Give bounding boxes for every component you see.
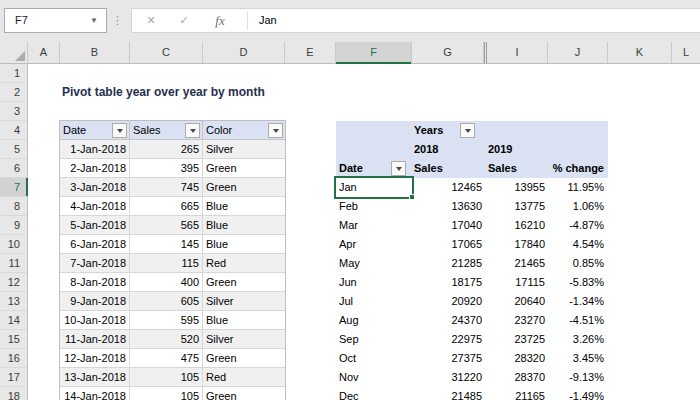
pivot-pct-change[interactable]: 3.26% — [530, 330, 604, 349]
cell-date[interactable]: 5-Jan-2018 — [60, 216, 130, 234]
row-header-17[interactable]: 17 — [0, 368, 27, 387]
row-header-11[interactable]: 11 — [0, 254, 27, 273]
cell-sales[interactable]: 395 — [130, 159, 203, 177]
pivot-pct-change[interactable]: -1.34% — [530, 292, 604, 311]
pivot-month[interactable]: Dec — [339, 387, 359, 400]
cell-date[interactable]: 6-Jan-2018 — [60, 235, 130, 253]
cell-date[interactable]: 7-Jan-2018 — [60, 254, 130, 272]
column-header-i[interactable]: I — [487, 42, 548, 63]
row-header-8[interactable]: 8 — [0, 197, 27, 216]
select-all-button[interactable] — [0, 42, 28, 63]
row-header-7-selected[interactable]: 7 — [0, 178, 27, 197]
pivot-pct-change[interactable]: 11.95% — [530, 178, 604, 197]
row-header-18[interactable]: 18 — [0, 387, 27, 400]
column-header-b[interactable]: B — [60, 42, 130, 63]
pivot-year-2019[interactable]: 2019 — [488, 140, 512, 159]
cell-color[interactable]: Red — [203, 254, 285, 272]
row-header-12[interactable]: 12 — [0, 273, 27, 292]
cell-sales[interactable]: 595 — [130, 311, 203, 329]
pivot-month[interactable]: Jun — [339, 273, 357, 292]
cell-color[interactable]: Blue — [203, 235, 285, 253]
pivot-pct-change[interactable]: 1.06% — [530, 197, 604, 216]
pivot-sales-2018[interactable]: 31220 — [412, 368, 482, 387]
cell-sales[interactable]: 605 — [130, 292, 203, 310]
pivot-pct-change[interactable]: -1.49% — [530, 387, 604, 400]
pivot-sales-2018[interactable]: 20920 — [412, 292, 482, 311]
cell-date[interactable]: 11-Jan-2018 — [60, 330, 130, 348]
row-header-10[interactable]: 10 — [0, 235, 27, 254]
cell-sales[interactable]: 105 — [130, 368, 203, 386]
pivot-month[interactable]: May — [339, 254, 360, 273]
source-header-color[interactable]: Color — [203, 121, 285, 139]
column-header-c[interactable]: C — [130, 42, 203, 63]
cell-sales[interactable]: 520 — [130, 330, 203, 348]
cell-color[interactable]: Green — [203, 387, 285, 400]
pivot-sales-2018[interactable]: 17065 — [412, 235, 482, 254]
column-header-e[interactable]: E — [285, 42, 336, 63]
fill-handle[interactable] — [409, 194, 415, 200]
column-header-g[interactable]: G — [412, 42, 484, 63]
cell-color[interactable]: Silver — [203, 330, 285, 348]
cell-date[interactable]: 10-Jan-2018 — [60, 311, 130, 329]
pivot-sales-2018[interactable]: 13630 — [412, 197, 482, 216]
pivot-sales-2018[interactable]: 21285 — [412, 254, 482, 273]
row-header-15[interactable]: 15 — [0, 330, 27, 349]
pivot-month[interactable]: Apr — [339, 235, 356, 254]
formula-bar-value[interactable]: Jan — [259, 9, 277, 32]
pivot-sales-2018[interactable]: 17040 — [412, 216, 482, 235]
column-header-f-selected[interactable]: F — [336, 42, 412, 63]
cell-sales[interactable]: 145 — [130, 235, 203, 253]
pivot-pct-change[interactable]: -5.83% — [530, 273, 604, 292]
cell-color[interactable]: Green — [203, 159, 285, 177]
years-filter-button[interactable] — [460, 123, 475, 138]
row-header-4[interactable]: 4 — [0, 121, 27, 140]
pivot-sales-2018[interactable]: 12465 — [412, 178, 482, 197]
cell-sales[interactable]: 115 — [130, 254, 203, 272]
cell-sales[interactable]: 400 — [130, 273, 203, 291]
cell-date[interactable]: 4-Jan-2018 — [60, 197, 130, 215]
pivot-pct-change[interactable]: 3.45% — [530, 349, 604, 368]
sales-filter-button[interactable] — [185, 123, 200, 138]
cell-date[interactable]: 1-Jan-2018 — [60, 140, 130, 158]
cell-color[interactable]: Blue — [203, 197, 285, 215]
pivot-sales-header-2018[interactable]: Sales — [414, 159, 443, 178]
cell-color[interactable]: Green — [203, 349, 285, 367]
pivot-month[interactable]: Jul — [339, 292, 353, 311]
cell-sales[interactable]: 565 — [130, 216, 203, 234]
column-header-d[interactable]: D — [203, 42, 285, 63]
pivot-month[interactable]: Feb — [339, 197, 358, 216]
row-header-16[interactable]: 16 — [0, 349, 27, 368]
insert-function-icon[interactable]: fx — [206, 9, 234, 32]
column-header-k[interactable]: K — [608, 42, 672, 63]
pivot-pct-change[interactable]: 4.54% — [530, 235, 604, 254]
column-header-j[interactable]: J — [548, 42, 608, 63]
pivot-month[interactable]: Sep — [339, 330, 359, 349]
pivot-pct-change[interactable]: -4.87% — [530, 216, 604, 235]
cell-date[interactable]: 12-Jan-2018 — [60, 349, 130, 367]
row-header-9[interactable]: 9 — [0, 216, 27, 235]
pivot-date-filter-button[interactable] — [391, 161, 406, 176]
cell-sales[interactable]: 265 — [130, 140, 203, 158]
cell-sales[interactable]: 665 — [130, 197, 203, 215]
cell-date[interactable]: 8-Jan-2018 — [60, 273, 130, 291]
date-filter-button[interactable] — [112, 123, 127, 138]
pivot-year-2018[interactable]: 2018 — [414, 140, 438, 159]
pivot-sales-2018[interactable]: 24370 — [412, 311, 482, 330]
cell-color[interactable]: Green — [203, 273, 285, 291]
color-filter-button[interactable] — [268, 123, 283, 138]
pivot-sales-2018[interactable]: 21485 — [412, 387, 482, 400]
cell-date[interactable]: 3-Jan-2018 — [60, 178, 130, 196]
row-header-5[interactable]: 5 — [0, 140, 27, 159]
cell-date[interactable]: 9-Jan-2018 — [60, 292, 130, 310]
pivot-sales-2018[interactable]: 27375 — [412, 349, 482, 368]
row-header-14[interactable]: 14 — [0, 311, 27, 330]
source-header-sales[interactable]: Sales — [130, 121, 203, 139]
cell-color[interactable]: Blue — [203, 216, 285, 234]
pivot-month[interactable]: Oct — [339, 349, 356, 368]
name-box-caret-icon[interactable]: ▼ — [90, 9, 98, 32]
cell-date[interactable]: 2-Jan-2018 — [60, 159, 130, 177]
cell-color[interactable]: Silver — [203, 292, 285, 310]
cell-color[interactable]: Silver — [203, 140, 285, 158]
row-header-3[interactable]: 3 — [0, 102, 27, 121]
pivot-years-field[interactable]: Years — [414, 121, 443, 140]
